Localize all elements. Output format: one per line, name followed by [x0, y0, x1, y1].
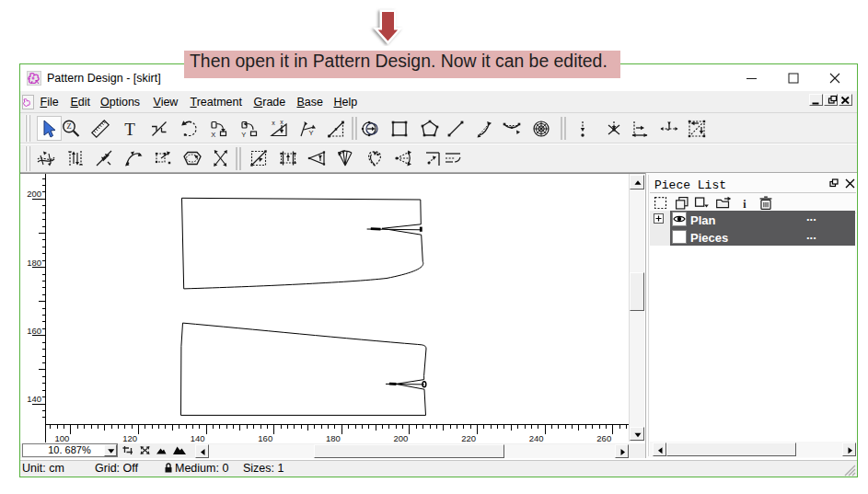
svg-text:i: i	[743, 197, 746, 210]
svg-text:200: 200	[394, 433, 409, 443]
svg-text:160: 160	[27, 326, 41, 336]
svg-text:260: 260	[596, 433, 611, 443]
svg-text:140: 140	[191, 433, 205, 443]
svg-text:120: 120	[122, 433, 137, 443]
svg-text:200: 200	[27, 189, 41, 199]
svg-text:240: 240	[529, 433, 544, 443]
svg-text:140: 140	[27, 394, 41, 404]
svg-text:220: 220	[461, 433, 476, 443]
svg-text:100: 100	[55, 433, 70, 443]
svg-text:180: 180	[326, 433, 341, 443]
svg-text:180: 180	[27, 258, 41, 268]
svg-text:160: 160	[258, 433, 272, 443]
